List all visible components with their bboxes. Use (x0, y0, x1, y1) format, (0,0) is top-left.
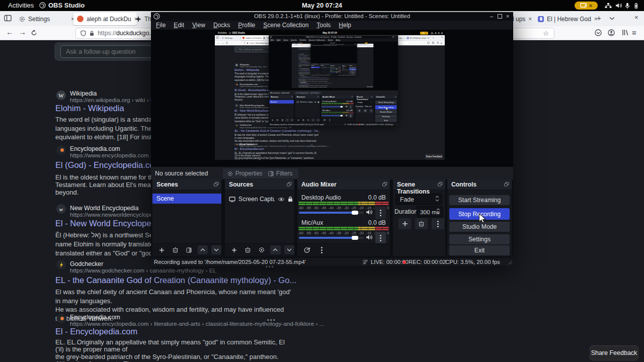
wikipedia-favicon: W (56, 90, 66, 100)
start-streaming-button[interactable]: Start Streaming (449, 195, 510, 205)
lock-icon[interactable] (90, 31, 94, 36)
no-source-message: No source selected (155, 170, 208, 177)
exit-button[interactable]: Exit (449, 245, 510, 255)
new-tab-button[interactable]: + (597, 14, 601, 22)
volume-slider[interactable] (299, 212, 364, 214)
tab-duckduckgo[interactable]: aleph at DuckDu × (73, 13, 137, 25)
source-list-item[interactable]: Screen Capture (Pi (225, 194, 294, 204)
menu-item[interactable]: Docks (209, 21, 234, 30)
forward-icon[interactable]: → (19, 28, 26, 36)
tab-hebrew-god[interactable]: El | Hebrew God × (534, 13, 598, 25)
spinbox-arrows-icon[interactable] (436, 208, 440, 214)
duration-spinbox[interactable]: 300 ms (417, 206, 443, 217)
pocket-icon[interactable] (595, 29, 602, 36)
bookmark-star-icon[interactable]: ☆ (543, 30, 549, 37)
channel-options-icon[interactable] (375, 207, 386, 219)
transition-options-icon[interactable] (432, 218, 444, 229)
scenes-dock: Scenes Scene (152, 179, 221, 256)
properties-button[interactable]: Properties (223, 168, 267, 178)
firefox-view-icon[interactable] (4, 15, 12, 22)
popout-icon[interactable] (214, 182, 219, 187)
move-source-up-icon[interactable] (270, 245, 280, 254)
remove-source-icon[interactable] (243, 245, 253, 254)
select-arrows-icon[interactable] (435, 196, 439, 202)
result-title[interactable]: El - Encyclopedia.com (55, 327, 137, 336)
scene-filters-icon[interactable] (184, 245, 194, 254)
hamburger-menu-icon[interactable]: ≡ (632, 28, 636, 37)
scenes-title: Scenes (156, 181, 178, 188)
preview-canvas[interactable]: Settings × aleph at DuckDu × The d ups ×… (151, 30, 513, 166)
result-more-icon[interactable]: ••• (267, 317, 276, 323)
scene-list-item[interactable]: Scene (152, 194, 221, 204)
obs-titlebar[interactable]: OBS 29.0.2.1-1+b1 (linux) - Profile: Unt… (151, 12, 513, 21)
result-site[interactable]: Encyclopedia.com (70, 145, 120, 152)
share-feedback-button[interactable]: Share Feedback (590, 345, 638, 360)
settings-button[interactable]: Settings (449, 234, 510, 244)
move-scene-down-icon[interactable] (211, 245, 221, 254)
menu-item[interactable]: Help (335, 21, 355, 30)
menu-item[interactable]: Scene Collection (259, 21, 312, 30)
remove-scene-icon[interactable] (170, 245, 180, 254)
result-title[interactable]: EL - the Canaanite God of Creation (Cana… (55, 276, 296, 285)
result-site[interactable]: Wikipedia (70, 90, 97, 97)
screencast-indicator[interactable]: × (575, 2, 598, 10)
menu-item[interactable]: File (152, 21, 170, 30)
result-url[interactable]: https://www.encyclopedia.com › literatur… (70, 320, 324, 327)
shield-icon[interactable] (80, 30, 86, 36)
menu-item[interactable]: Profile (234, 21, 259, 30)
add-source-icon[interactable] (229, 245, 239, 254)
speaker-icon[interactable] (366, 209, 373, 215)
tab-favicon (538, 16, 544, 22)
close-tab-icon[interactable]: × (528, 16, 532, 23)
battery-icon[interactable] (633, 3, 639, 9)
volume-icon[interactable] (615, 3, 622, 9)
obs-status-bar: Recording saved to '/home/name/2025-05-2… (151, 257, 513, 266)
visibility-eye-icon[interactable] (278, 197, 285, 202)
advanced-audio-icon[interactable] (301, 245, 312, 254)
transition-select[interactable]: Fade (395, 194, 442, 205)
result-site[interactable]: Godchecker (70, 260, 103, 267)
result-title[interactable]: El (God) - Encyclopedia.com (55, 160, 161, 170)
popout-icon[interactable] (382, 182, 387, 187)
popout-icon[interactable] (438, 182, 443, 187)
mixer-options-icon[interactable] (316, 245, 327, 254)
account-icon[interactable] (608, 29, 615, 36)
network-icon[interactable] (605, 3, 612, 9)
result-url[interactable]: https://www.godchecker.com › canaanite-m… (70, 267, 216, 274)
resize-grip[interactable] (508, 260, 512, 265)
lock-source-icon[interactable] (288, 196, 293, 202)
close-window-icon[interactable]: × (504, 13, 511, 20)
back-icon[interactable]: ← (6, 28, 14, 36)
menu-item[interactable]: Edit (170, 21, 188, 30)
tab-settings[interactable]: Settings × (16, 13, 78, 25)
result-title[interactable]: Elohim - Wikipedia (55, 104, 124, 113)
add-scene-icon[interactable] (156, 245, 167, 254)
volume-slider[interactable] (299, 237, 364, 239)
source-properties-gear-icon[interactable] (257, 245, 267, 254)
popout-icon[interactable] (504, 182, 509, 187)
tab-list-chevron-icon[interactable] (609, 17, 615, 20)
minimize-icon[interactable]: – (488, 13, 495, 20)
popout-icon[interactable] (287, 182, 292, 187)
reload-icon[interactable] (31, 30, 37, 36)
menu-item[interactable]: Tools (312, 21, 335, 30)
remove-transition-icon[interactable] (415, 218, 428, 229)
library-icon[interactable] (622, 29, 628, 36)
move-source-down-icon[interactable] (284, 245, 294, 254)
filters-button[interactable]: Filters (262, 168, 298, 178)
speaker-icon[interactable] (366, 234, 373, 240)
result-site[interactable]: New World Encyclopedia (70, 205, 138, 212)
slider-handle[interactable] (352, 211, 358, 215)
slider-handle[interactable] (352, 236, 358, 240)
window-close-icon[interactable]: × (634, 14, 638, 21)
stop-screencast-icon[interactable]: × (589, 3, 592, 9)
menu-item[interactable]: View (188, 21, 209, 30)
microphone-icon[interactable] (625, 3, 630, 9)
clock[interactable]: May 20 07:24 (0, 2, 644, 9)
result-site[interactable]: Encyclopedia.com (70, 314, 120, 321)
maximize-icon[interactable] (496, 13, 503, 20)
channel-options-icon[interactable] (375, 232, 386, 244)
add-transition-icon[interactable] (398, 218, 411, 229)
move-scene-up-icon[interactable] (198, 245, 208, 254)
result-title[interactable]: El - New World Encyclopedia (55, 219, 162, 228)
